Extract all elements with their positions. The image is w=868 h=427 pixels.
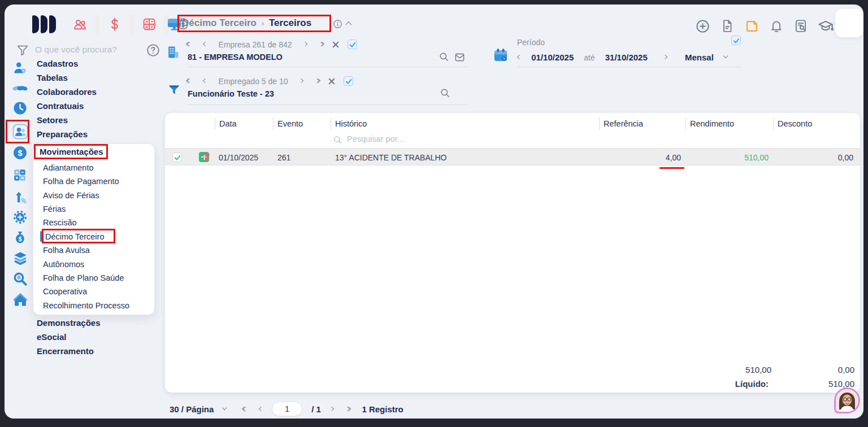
submenu-item-aviso-de-ferias[interactable]: Aviso de Férias [43, 189, 99, 202]
cell-evento: 261 [277, 153, 290, 162]
help-icon[interactable] [146, 43, 160, 58]
note-icon[interactable] [744, 19, 760, 34]
employee-search-icon[interactable] [440, 88, 450, 98]
clipboard-search-icon[interactable] [793, 19, 808, 33]
period-checkbox[interactable] [731, 36, 741, 45]
sidebar-item-movimentacoes[interactable]: Movimentações [40, 145, 103, 159]
registrations-person-gear-icon[interactable] [12, 60, 28, 76]
period-start-date[interactable]: 01/10/2025 [531, 53, 574, 62]
column-header-evento[interactable]: Evento [277, 119, 303, 128]
column-divider [599, 117, 600, 130]
sidebar-item-cadastros[interactable]: Cadastros [37, 56, 78, 71]
table-search-input[interactable] [347, 134, 517, 143]
user-avatar[interactable] [834, 387, 860, 413]
period-end-date[interactable]: 31/10/2025 [605, 53, 648, 62]
company-navigator: Empresa 261 de 842 [186, 40, 357, 49]
sidebar-item-contratuais[interactable]: Contratuais [37, 99, 84, 113]
envelope-icon[interactable] [454, 52, 465, 63]
submenu-item-folha-de-plano-saude[interactable]: Folha de Plano Saúde [43, 271, 124, 285]
submenu-item-rescisao[interactable]: Rescisão [43, 216, 77, 229]
page-size-dropdown-icon[interactable] [222, 406, 227, 411]
company-last-icon[interactable] [319, 42, 324, 46]
building-icon [166, 45, 180, 59]
employee-prev-icon[interactable] [203, 79, 208, 84]
preparations-people-icon[interactable] [12, 124, 28, 139]
employee-next-icon[interactable] [298, 79, 303, 84]
page-size-select[interactable]: 30 / Página [170, 404, 214, 414]
period-mode-select[interactable]: Mensal [685, 53, 714, 62]
company-clear-icon[interactable] [332, 41, 340, 49]
employee-first-icon[interactable] [186, 79, 191, 82]
submenu-item-folha-avulsa[interactable]: Folha Avulsa [43, 243, 90, 257]
company-search-icon[interactable] [439, 51, 449, 62]
sidebar-item-preparacoes[interactable]: Preparações [37, 127, 88, 141]
last-page-icon[interactable] [346, 407, 350, 411]
column-header-desconto[interactable]: Desconto [778, 119, 812, 128]
sidebar-item-demonstracoes[interactable]: Demonstrações [37, 316, 101, 330]
submenu-item-cooperativa[interactable]: Cooperativa [43, 285, 87, 298]
row-checkbox[interactable] [172, 152, 182, 162]
collaborators-handshake-icon[interactable] [12, 81, 28, 96]
breadcrumb-current[interactable]: Terceiros [269, 18, 311, 28]
contractual-clock-icon[interactable] [12, 101, 28, 116]
movements-dollar-icon[interactable]: $ [12, 145, 28, 160]
period-mode-dropdown-icon[interactable] [723, 54, 728, 59]
submenu-item-decimo-terceiro[interactable]: Décimo Terceiro [45, 230, 105, 243]
table-row[interactable]: 01/10/2025 261 13° ACIDENTE DE TRABALHO … [165, 148, 860, 165]
raise-arrow-percent-icon[interactable] [12, 190, 28, 205]
column-header-historico[interactable]: Histórico [335, 119, 367, 128]
company-checkbox[interactable] [348, 40, 357, 49]
info-icon[interactable] [333, 19, 342, 29]
submenu-item-adiantamento[interactable]: Adiantamento [43, 161, 93, 175]
prev-page-icon[interactable] [259, 407, 264, 412]
sidebar-item-encerramento[interactable]: Encerramento [37, 344, 94, 358]
sidebar-item-tabelas[interactable]: Tabelas [37, 71, 68, 85]
home-icon[interactable] [12, 292, 28, 307]
sidebar-item-setores[interactable]: Setores [37, 113, 68, 127]
company-value[interactable]: 81 - EMPRESA MODELO [188, 53, 283, 62]
search-magnifier-icon[interactable] [12, 271, 28, 286]
row-delete-trash-icon[interactable] [201, 151, 211, 162]
employee-last-icon[interactable] [315, 79, 320, 82]
calculation-calculator-icon[interactable] [12, 168, 28, 183]
settings-gear-icon[interactable] [12, 210, 28, 225]
sidebar-item-esocial[interactable]: eSocial [37, 330, 67, 344]
submenu-item-recolhimento-processo[interactable]: Recolhimento Processo [43, 299, 129, 312]
period-until-label: até [584, 53, 594, 62]
dollar-icon[interactable] [107, 16, 123, 32]
plus-circle-icon[interactable] [695, 19, 710, 34]
submenu-item-autonomos[interactable]: Autônomos [43, 258, 84, 271]
submenu-item-folha-de-pagamento[interactable]: Folha de Pagamento [43, 175, 119, 188]
search-input[interactable] [35, 45, 137, 55]
page-number-input[interactable] [272, 402, 302, 416]
graduation-cap-icon[interactable] [818, 18, 834, 34]
svg-text:$: $ [18, 149, 22, 158]
sidebar-item-colaboradores[interactable]: Colaboradores [37, 85, 97, 99]
company-next-icon[interactable] [302, 42, 307, 47]
submenu-item-ferias[interactable]: Férias [43, 202, 66, 216]
collapse-header-icon[interactable] [345, 21, 351, 28]
column-header-data[interactable]: Data [219, 119, 237, 128]
cell-referencia: 4,00 [599, 153, 681, 162]
layers-icon[interactable] [12, 250, 28, 265]
employee-checkbox[interactable] [344, 76, 353, 86]
employee-value[interactable]: Funcionário Teste - 23 [188, 89, 274, 98]
breadcrumb-parent[interactable]: Décimo Terceiro [182, 18, 257, 28]
bell-icon[interactable] [769, 19, 784, 33]
funds-money-bag-icon[interactable]: $ [12, 230, 28, 245]
user-menu-box[interactable] [835, 9, 863, 37]
people-icon[interactable] [72, 16, 88, 32]
breadcrumb-separator: › [261, 18, 264, 28]
company-first-icon[interactable] [186, 42, 191, 46]
document-icon[interactable] [720, 19, 735, 33]
column-header-referencia[interactable]: Referência [604, 119, 643, 128]
period-prev-icon[interactable] [517, 55, 522, 60]
column-divider [331, 117, 331, 130]
first-page-icon[interactable] [242, 407, 247, 411]
company-prev-icon[interactable] [203, 42, 208, 47]
calculator-icon[interactable] [141, 16, 157, 32]
next-page-icon[interactable] [329, 407, 335, 412]
employee-clear-icon[interactable] [328, 77, 336, 85]
column-header-rendimento[interactable]: Rendimento [690, 119, 734, 128]
period-next-icon[interactable] [663, 55, 668, 60]
